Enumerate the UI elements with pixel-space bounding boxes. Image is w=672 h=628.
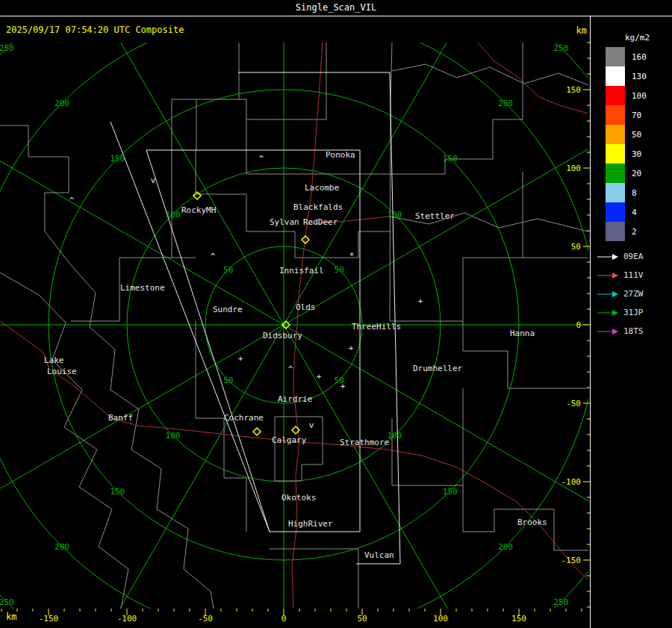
town-label: Cochrane [224, 413, 264, 423]
legend-item: 50 [606, 125, 672, 144]
ring-range-label: 150 [443, 154, 458, 164]
radar-arrow-icon [597, 272, 619, 279]
axis-label-right: 50 [571, 242, 581, 252]
azimuth-spoke [0, 116, 284, 325]
window-titlebar: Single_Scan_VIL [0, 0, 672, 16]
axis-label-right: -100 [561, 477, 582, 487]
radar-arrow-icon [597, 309, 619, 317]
map-symbol: ^ [211, 252, 216, 261]
azimuth-spoke [75, 0, 284, 325]
coverage-outline [238, 72, 400, 564]
legend-item: 8 [606, 183, 672, 202]
boundary-line [392, 388, 463, 485]
axis-label-right: -50 [566, 399, 581, 408]
radar-id: 27ZW [623, 289, 644, 299]
town-label: Drumheller [413, 364, 463, 373]
town-label: HighRiver [288, 519, 333, 529]
azimuth-spoke [284, 0, 493, 325]
town-label: Okotoks [281, 493, 316, 503]
town-label: Strathmore [340, 438, 389, 447]
ring-range-label: 100 [166, 431, 181, 441]
legend-value: 2 [632, 227, 637, 237]
ring-range-label: 100 [388, 431, 402, 441]
legend-value: 130 [632, 72, 647, 81]
legend-item: 20 [606, 164, 672, 183]
ring-range-label: 100 [388, 210, 402, 220]
town-label: Ponoka [326, 150, 355, 160]
legend-value: 20 [632, 169, 641, 178]
ring-range-label: 250 [553, 43, 568, 53]
radar-map-canvas[interactable]: 5050505010010010010015015015015020020020… [0, 0, 590, 628]
radar-item: 09EA [597, 247, 672, 266]
boundary-line [390, 172, 523, 321]
radar-id: 18TS [623, 326, 644, 336]
legend-value: 70 [632, 111, 641, 120]
town-label: Louise [47, 367, 77, 376]
radar-arrow-icon [597, 253, 619, 261]
town-label: Sundre [213, 305, 243, 314]
legend-item: 160 [606, 47, 672, 66]
axis-label-right: -150 [561, 556, 582, 565]
map-symbol: + [317, 372, 322, 382]
ring-range-label: 200 [55, 542, 69, 552]
radar-id: 111V [623, 270, 644, 280]
radar-id: 31JP [623, 308, 644, 317]
town-label: RockyMH [181, 205, 216, 215]
town-label: Sylvan [270, 217, 299, 227]
legend-item: 2 [606, 222, 672, 241]
axis-unit-bottom: km [6, 612, 16, 622]
legend-swatch [606, 66, 625, 86]
legend-swatch [606, 47, 625, 66]
ring-range-label: 250 [553, 597, 568, 607]
ring-range-label: 250 [0, 43, 14, 53]
map-symbol: + [238, 354, 243, 364]
radar-id: 09EA [623, 252, 644, 261]
legend-value: 50 [632, 130, 641, 140]
map-symbol: ^ [288, 364, 293, 374]
ring-range-label: 150 [110, 487, 125, 497]
ring-range-label: 150 [110, 154, 125, 164]
legend-color-scale: 16013010070503020842 [606, 47, 672, 241]
legend-swatch [606, 105, 625, 125]
boundary-line [196, 150, 390, 258]
map-symbol: v [151, 175, 156, 185]
town-label: Olds [296, 302, 316, 312]
boundary-line [71, 265, 214, 609]
town-label: Lake [44, 355, 64, 365]
ring-range-label: 100 [166, 210, 181, 220]
azimuth-spoke [284, 325, 590, 534]
map-symbol: v [309, 420, 314, 430]
ring-range-label: 150 [443, 487, 458, 497]
boundary-line [196, 321, 246, 532]
legend-item: 30 [606, 144, 672, 164]
legend-item: 130 [606, 66, 672, 86]
legend-swatch [606, 125, 625, 144]
radar-arrow-icon [597, 328, 619, 335]
boundary-line [392, 64, 588, 85]
radar-item: 18TS [597, 322, 672, 341]
ring-range-label: 50 [223, 265, 233, 275]
town-label: Stettler [415, 211, 455, 221]
legend-swatch [606, 164, 625, 183]
radar-arrow-icon [597, 290, 619, 298]
legend-value: 4 [632, 208, 637, 217]
axis-unit-top: km [564, 25, 587, 36]
legend-swatch [606, 144, 625, 164]
legend-item: 70 [606, 105, 672, 125]
map-symbol: + [418, 296, 423, 306]
ring-range-label: 200 [498, 99, 513, 108]
coverage-outline [111, 122, 270, 532]
legend-unit-label: kg/m2 [625, 33, 672, 43]
town-label: Calgary [272, 435, 307, 445]
axis-label-right: 100 [566, 164, 581, 173]
map-symbol: + [340, 382, 346, 391]
town-label: Brooks [517, 517, 547, 527]
boundary-line [239, 99, 246, 119]
axis-label-right: 150 [566, 85, 581, 95]
town-label: Lacombe [305, 183, 339, 193]
window-title: Single_Scan_VIL [296, 2, 376, 13]
boundary-line [196, 43, 239, 150]
boundary-line [0, 273, 128, 609]
legend-swatch [606, 183, 625, 202]
legend-swatch [606, 202, 625, 222]
